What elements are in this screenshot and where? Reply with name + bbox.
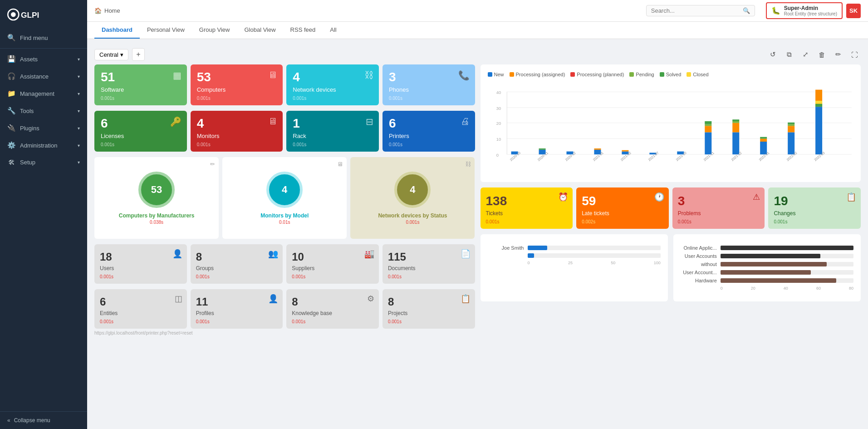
search-input[interactable]: [651, 7, 740, 14]
legend-closed: Closed: [687, 72, 708, 77]
legend-assigned: Processing (assigned): [510, 72, 565, 77]
status-card-tickets[interactable]: 138 ⏰ Tickets 0.001s: [481, 187, 573, 229]
widget-network-by-status[interactable]: 4 Network devices by Status 0.001s ⛓: [350, 157, 475, 239]
bottom-charts: Joe Smith: [481, 234, 861, 301]
administration-icon: ⚙️: [7, 141, 15, 149]
legend-dot-closed: [687, 72, 691, 77]
sidebar-item-tools[interactable]: 🔧 Tools ▾: [0, 102, 87, 119]
stat-card-phones[interactable]: 3 📞 Phones 0.001s: [383, 64, 475, 105]
svg-rect-45: [788, 132, 794, 154]
management-icon: 📁: [7, 89, 15, 98]
breadcrumb: 🏠 Home: [94, 7, 120, 14]
warning-icon: ⚠: [753, 192, 760, 202]
collapse-icon: «: [7, 417, 10, 424]
edit-icon[interactable]: ✏: [210, 161, 215, 168]
dashboard-select[interactable]: Central ▾: [94, 49, 128, 60]
admin-card-suppliers[interactable]: 10 🏭 Suppliers 0.001s: [286, 244, 379, 284]
network-icon: ⛓: [364, 70, 373, 80]
sidebar-item-management[interactable]: 📁 Management ▾: [0, 85, 87, 102]
hbar-row-hardware: Hardware: [681, 278, 853, 283]
admin-card-entities[interactable]: 6 ◫ Entities 0.001s: [94, 289, 187, 329]
sidebar-item-assistance[interactable]: 🎧 Assistance ▾: [0, 68, 87, 85]
bug-icon: 🐛: [771, 6, 780, 15]
svg-text:0: 0: [496, 153, 498, 158]
hbar-fill: [721, 270, 811, 275]
svg-rect-22: [594, 148, 601, 150]
tab-rss-feed[interactable]: RSS feed: [283, 22, 323, 39]
admin-card-users[interactable]: 18 👤 Users 0.001s: [94, 244, 187, 284]
legend-dot-solved: [660, 72, 664, 77]
computer-icon: 🖥: [268, 70, 277, 80]
tab-personal-view[interactable]: Personal View: [140, 22, 192, 39]
network-circle: 4: [394, 172, 431, 208]
hbar-fill: [528, 253, 535, 258]
admin-card-knowledge[interactable]: 8 ⚙ Knowledge base 0.001s: [286, 289, 379, 329]
topbar-right: 🐛 Super-Admin Root Entity (tree structur…: [766, 2, 861, 19]
search-icon: 🔍: [7, 34, 15, 42]
stat-card-licenses[interactable]: 6 🔑 Licenses 0.001s: [94, 111, 187, 152]
sidebar-find-menu[interactable]: 🔍 Find menu: [0, 29, 87, 46]
tab-group-view[interactable]: Group View: [192, 22, 237, 39]
user-bar-chart: Joe Smith: [481, 234, 668, 301]
user-badge[interactable]: 🐛 Super-Admin Root Entity (tree structur…: [766, 2, 843, 19]
share-button[interactable]: ⤢: [799, 48, 812, 61]
monitor-icon: 🖥: [268, 116, 277, 127]
stat-card-network[interactable]: 4 ⛓ Network devices 0.001s: [286, 64, 379, 105]
search-box[interactable]: 🔍: [646, 5, 755, 16]
knowledge-icon: ⚙: [367, 294, 374, 304]
tab-dashboard[interactable]: Dashboard: [94, 22, 140, 39]
stat-card-computers[interactable]: 53 🖥 Computers 0.001s: [191, 64, 283, 105]
admin-card-documents[interactable]: 115 📄 Documents 0.001s: [383, 244, 475, 284]
status-cards: 138 ⏰ Tickets 0.001s 59 🕐 Late tickets 0…: [481, 187, 861, 229]
chevron-down-icon: ▾: [78, 108, 80, 113]
add-dashboard-button[interactable]: +: [132, 48, 145, 61]
sidebar-item-assets[interactable]: 💾 Assets ▾: [0, 50, 87, 68]
status-link[interactable]: https://glpi.localhost/front/printer.php…: [94, 330, 193, 335]
edit-icon[interactable]: 🖥: [337, 161, 343, 168]
svg-text:GLPI: GLPI: [21, 10, 39, 20]
chevron-down-icon: ▾: [78, 57, 80, 62]
svg-rect-53: [815, 101, 822, 104]
sidebar-item-administration[interactable]: ⚙️ Administration ▾: [0, 137, 87, 154]
fullscreen-button[interactable]: ⛶: [848, 48, 861, 61]
stat-card-printers[interactable]: 6 🖨 Printers 0.001s: [383, 111, 475, 152]
stat-card-rack[interactable]: 1 ⊟ Rack 0.001s: [286, 111, 379, 152]
search-icon: 🔍: [743, 7, 750, 14]
admin-card-projects[interactable]: 8 📋 Projects 0.001s: [383, 289, 475, 329]
tab-global-view[interactable]: Global View: [237, 22, 283, 39]
stat-card-software[interactable]: 51 ▦ Software 0.001s: [94, 64, 187, 105]
status-card-late[interactable]: 59 🕐 Late tickets 0.002s: [576, 187, 669, 229]
hbar-row-useracct2: User Account...: [681, 270, 853, 275]
stat-card-monitors[interactable]: 4 🖥 Monitors 0.001s: [191, 111, 283, 152]
duplicate-button[interactable]: ⧉: [783, 48, 795, 61]
svg-point-1: [11, 12, 16, 17]
hbar-x-axis: 0 25 50 100: [488, 261, 661, 265]
status-card-problems[interactable]: 3 ⚠ Problems 0.001s: [672, 187, 765, 229]
hbar-row-other: [488, 253, 661, 258]
widget-computers-by-manufacturer[interactable]: 53 Computers by Manufacturers 0.038s ✏: [94, 157, 219, 239]
admin-card-profiles[interactable]: 11 👤 Profiles 0.001s: [191, 289, 283, 329]
tab-all[interactable]: All: [323, 22, 343, 39]
home-icon: 🏠: [94, 7, 102, 14]
collapse-menu-button[interactable]: « Collapse menu: [0, 411, 87, 429]
stat-row-1: 51 ▦ Software 0.001s 53 🖥 Computers 0.00…: [94, 64, 475, 105]
widget-monitors-by-model[interactable]: 4 Monitors by Model 0.01s 🖥: [222, 157, 347, 239]
svg-rect-36: [732, 132, 739, 154]
software-icon: ▦: [173, 70, 181, 81]
status-card-changes[interactable]: 19 📋 Changes 0.001s: [768, 187, 861, 229]
edit-button[interactable]: ✏: [832, 48, 844, 61]
horizontal-bar-chart-left: Joe Smith: [488, 242, 661, 269]
bar-chart-svg: 40 30 20 10 0: [488, 83, 854, 173]
sidebar-item-setup[interactable]: 🛠 Setup ▾: [0, 154, 87, 171]
edit-icon[interactable]: ⛓: [465, 161, 471, 168]
avatar-button[interactable]: SK: [846, 4, 861, 18]
sidebar-item-plugins[interactable]: 🔌 Plugins ▾: [0, 119, 87, 137]
hbar-x-axis: 0 20 40 60 80: [681, 286, 853, 291]
admin-row-1: 18 👤 Users 0.001s 8 👥 Groups 0.001s 10 🏭: [94, 244, 475, 284]
undo-button[interactable]: ↺: [766, 48, 779, 61]
delete-button[interactable]: 🗑: [815, 48, 828, 61]
hbar-fill: [721, 262, 827, 266]
admin-card-groups[interactable]: 8 👥 Groups 0.001s: [191, 244, 283, 284]
monitors-circle: 4: [266, 172, 303, 208]
chevron-down-icon: ▾: [78, 143, 80, 148]
